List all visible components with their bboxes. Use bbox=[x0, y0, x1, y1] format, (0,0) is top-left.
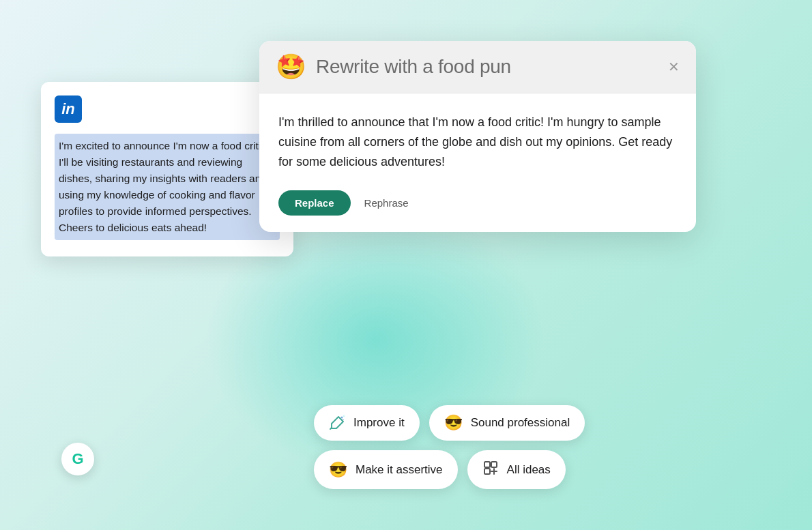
sound-professional-label: Sound professional bbox=[471, 416, 570, 430]
suggestion-panel: 🤩 Rewrite with a food pun ✕ I'm thrilled… bbox=[259, 41, 696, 232]
svg-point-1 bbox=[343, 415, 345, 417]
sparkle-pencil-icon bbox=[329, 415, 345, 431]
svg-rect-5 bbox=[484, 469, 490, 474]
linkedin-post-text: I'm excited to announce I'm now a food c… bbox=[55, 134, 280, 240]
linkedin-card: in I'm excited to announce I'm now a foo… bbox=[41, 82, 293, 256]
improve-chip[interactable]: Improve it bbox=[314, 405, 420, 441]
assertive-chip[interactable]: 😎 Make it assertive bbox=[314, 450, 458, 489]
chips-row-1: Improve it 😎 Sound professional bbox=[314, 405, 585, 441]
improve-label: Improve it bbox=[353, 416, 405, 430]
chips-area: Improve it 😎 Sound professional 😎 Make i… bbox=[314, 405, 585, 489]
cool-face-icon: 😎 bbox=[444, 415, 463, 430]
all-ideas-label: All ideas bbox=[507, 463, 551, 477]
sunglasses-icon: 😎 bbox=[329, 462, 347, 477]
grammarly-symbol: G bbox=[72, 450, 83, 468]
grammarly-badge[interactable]: G bbox=[61, 443, 94, 475]
assertive-label: Make it assertive bbox=[356, 463, 443, 477]
panel-title: Rewrite with a food pun bbox=[316, 56, 511, 78]
svg-point-2 bbox=[343, 419, 344, 420]
panel-actions: Replace Rephrase bbox=[278, 190, 677, 216]
grid-plus-icon bbox=[482, 460, 499, 480]
svg-point-0 bbox=[341, 417, 343, 419]
panel-emoji: 🤩 bbox=[276, 55, 306, 79]
rewrite-text: I'm thrilled to announce that I'm now a … bbox=[278, 113, 677, 171]
panel-header: 🤩 Rewrite with a food pun ✕ bbox=[259, 41, 696, 93]
linkedin-logo-text: in bbox=[61, 102, 75, 117]
svg-rect-3 bbox=[484, 462, 490, 467]
linkedin-logo: in bbox=[55, 95, 82, 123]
chips-row-2: 😎 Make it assertive All ideas bbox=[314, 450, 585, 489]
svg-rect-4 bbox=[491, 462, 497, 467]
close-icon[interactable]: ✕ bbox=[668, 60, 680, 74]
panel-body: I'm thrilled to announce that I'm now a … bbox=[259, 93, 696, 232]
replace-button[interactable]: Replace bbox=[278, 190, 351, 216]
all-ideas-chip[interactable]: All ideas bbox=[467, 450, 566, 489]
rephrase-button[interactable]: Rephrase bbox=[364, 197, 409, 209]
sound-professional-chip[interactable]: 😎 Sound professional bbox=[429, 405, 585, 441]
